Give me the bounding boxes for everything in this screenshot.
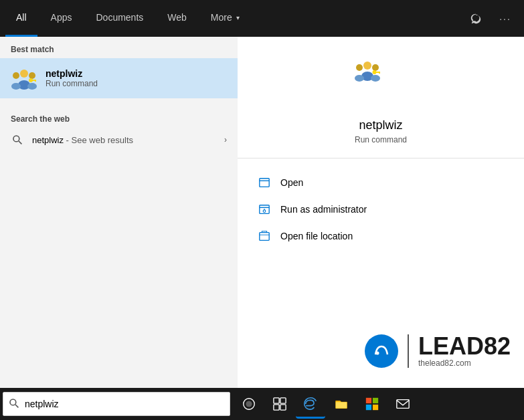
open-file-location-icon: [258, 229, 271, 243]
chevron-down-icon: ▾: [236, 14, 240, 21]
lead82-logo-icon: [365, 334, 398, 368]
taskbar-file-explorer-button[interactable]: [327, 389, 356, 419]
file-explorer-icon: [334, 397, 349, 411]
action-open-file-location-label: Open file location: [280, 231, 353, 241]
svg-line-10: [19, 141, 21, 144]
taskbar-mail-button[interactable]: [388, 389, 418, 419]
tab-apps[interactable]: Apps: [40, 0, 83, 37]
svg-point-17: [373, 70, 377, 74]
svg-rect-29: [274, 398, 279, 403]
best-match-label: Best match: [0, 37, 238, 58]
app-type-large: Run command: [355, 135, 407, 144]
logo-text-area: LEAD82 thelead82.com: [418, 334, 511, 368]
tab-web[interactable]: Web: [157, 0, 197, 37]
ellipsis-button[interactable]: ···: [492, 5, 519, 32]
logo-domain: thelead82.com: [418, 358, 511, 368]
logo-watermark: LEAD82 thelead82.com: [365, 334, 511, 368]
mail-icon: [396, 397, 410, 411]
search-web-item[interactable]: netplwiz - See web results ›: [0, 128, 238, 152]
run-as-admin-icon: [258, 203, 271, 216]
feedback-button[interactable]: [462, 5, 489, 32]
web-query: netplwiz: [32, 135, 64, 145]
search-web-text: netplwiz - See web results: [32, 135, 224, 145]
svg-rect-35: [366, 405, 371, 410]
taskbar-search-button[interactable]: [234, 389, 264, 419]
search-web-label: Search the web: [0, 106, 238, 128]
svg-line-26: [15, 405, 18, 407]
tab-more[interactable]: More ▾: [200, 0, 250, 37]
tab-all[interactable]: All: [5, 0, 37, 37]
edge-icon: [303, 396, 318, 411]
actions-area: Open Run as administrator: [238, 159, 524, 260]
open-icon: [258, 176, 271, 189]
search-web-icon: [11, 133, 24, 146]
top-nav: All Apps Documents Web More ▾ ···: [0, 0, 524, 37]
svg-point-11: [363, 62, 371, 70]
app-icon-large: [354, 57, 408, 110]
feedback-icon: [470, 13, 482, 25]
svg-point-25: [10, 399, 16, 405]
svg-rect-31: [274, 405, 279, 410]
action-open[interactable]: Open: [258, 169, 504, 196]
svg-point-5: [27, 83, 37, 90]
logo-divider: [408, 334, 409, 368]
svg-rect-34: [373, 398, 378, 403]
taskbar-search-icon: [9, 398, 19, 411]
svg-rect-23: [260, 233, 269, 241]
left-panel: Best match: [0, 37, 238, 388]
svg-point-22: [263, 210, 266, 213]
taskbar-task-view-button[interactable]: [265, 389, 294, 419]
svg-point-16: [371, 75, 380, 82]
task-view-icon: [273, 397, 286, 411]
svg-rect-32: [280, 405, 286, 410]
svg-rect-19: [379, 72, 380, 74]
see-results-text: - See web results: [64, 135, 133, 145]
app-detail-area: netplwiz Run command: [238, 37, 524, 159]
svg-point-3: [11, 83, 21, 90]
taskbar-store-button[interactable]: [357, 389, 387, 419]
action-run-as-admin-label: Run as administrator: [280, 204, 367, 215]
svg-rect-37: [397, 400, 409, 409]
svg-rect-20: [260, 179, 269, 187]
svg-point-2: [13, 72, 19, 79]
svg-point-28: [246, 401, 252, 407]
right-panel: netplwiz Run command Open: [238, 37, 524, 388]
svg-point-15: [372, 64, 379, 71]
store-icon: [365, 397, 379, 411]
action-run-as-admin[interactable]: Run as administrator: [258, 196, 504, 223]
search-input[interactable]: [25, 399, 224, 409]
tab-documents[interactable]: Documents: [85, 0, 154, 37]
best-match-title: netplwiz: [46, 68, 98, 79]
app-name-large: netplwiz: [359, 118, 402, 132]
best-match-subtitle: Run command: [46, 79, 98, 88]
svg-point-4: [29, 72, 35, 79]
best-match-text: netplwiz Run command: [46, 68, 98, 88]
action-open-label: Open: [280, 177, 303, 188]
chevron-right-icon: ›: [224, 135, 227, 144]
search-web-section: Search the web netplwiz - See web result…: [0, 101, 238, 157]
taskbar-edge-button[interactable]: [296, 389, 325, 419]
svg-point-13: [356, 64, 363, 71]
svg-point-9: [13, 136, 19, 142]
taskbar-cortana-icon: [242, 397, 256, 411]
svg-point-14: [355, 75, 364, 82]
svg-rect-33: [366, 398, 371, 403]
svg-point-0: [20, 70, 28, 78]
search-box[interactable]: [3, 392, 230, 416]
best-match-item[interactable]: netplwiz Run command: [0, 58, 238, 98]
ellipsis-icon: ···: [499, 13, 511, 24]
action-open-file-location[interactable]: Open file location: [258, 223, 504, 249]
taskbar: [0, 388, 524, 420]
svg-rect-30: [280, 398, 286, 403]
netplwiz-icon: [11, 65, 37, 92]
svg-rect-8: [35, 80, 36, 82]
svg-rect-36: [373, 405, 378, 410]
logo-big-text: LEAD82: [418, 334, 511, 358]
main-content: Best match: [0, 37, 524, 388]
svg-point-24: [375, 352, 379, 355]
